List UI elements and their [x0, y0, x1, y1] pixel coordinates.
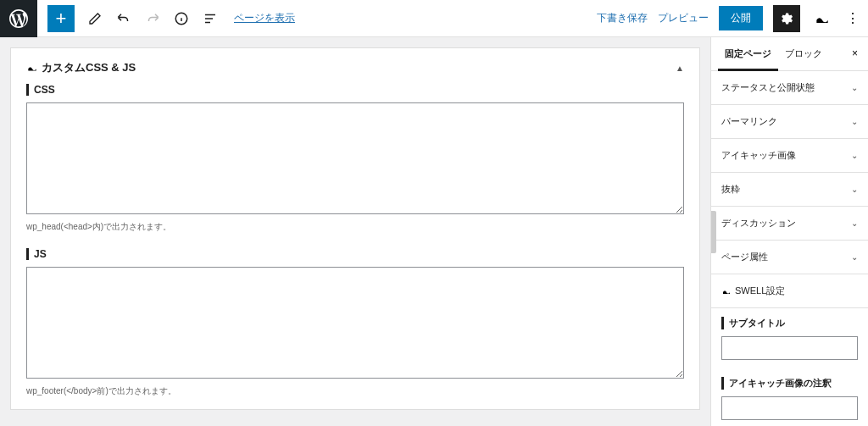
swell-section-title: SWELL設定 — [721, 285, 785, 297]
section-featured-label: アイキャッチ画像 — [721, 149, 796, 162]
swell-wave-icon — [26, 62, 38, 74]
panel-title-text: カスタムCSS & JS — [42, 60, 136, 75]
section-page-attributes[interactable]: ページ属性⌄ — [711, 241, 868, 274]
panel-header: カスタムCSS & JS ▲ — [26, 60, 684, 75]
tab-page[interactable]: 固定ページ — [718, 37, 778, 70]
close-sidebar-icon[interactable]: × — [849, 37, 861, 70]
section-featured-image[interactable]: アイキャッチ画像⌄ — [711, 139, 868, 173]
swell-subtitle-field: サブタイトル — [711, 308, 868, 368]
swell-wave-icon — [721, 286, 732, 296]
tab-block[interactable]: ブロック — [778, 37, 829, 70]
featured-note-label: アイキャッチ画像の注釈 — [721, 377, 858, 390]
css-help-text: wp_head(<head>内)で出力されます。 — [26, 221, 684, 233]
settings-button[interactable] — [773, 5, 800, 32]
section-discussion[interactable]: ディスカッション⌄ — [711, 207, 868, 241]
toolbar-tools — [86, 10, 219, 27]
section-discussion-label: ディスカッション — [721, 217, 796, 230]
chevron-down-icon: ⌄ — [851, 83, 858, 92]
js-textarea[interactable] — [26, 267, 684, 379]
redo-icon[interactable] — [144, 10, 161, 27]
section-status-label: ステータスと公開状態 — [721, 81, 815, 94]
editor-topbar: + ページを表示 下書き保存 プレビュー 公開 ⋮ — [0, 0, 868, 37]
main-area: カスタムCSS & JS ▲ CSS wp_head(<head>内)で出力され… — [0, 37, 868, 426]
wordpress-logo[interactable] — [0, 0, 37, 37]
subtitle-label: サブタイトル — [721, 317, 858, 329]
featured-note-input[interactable] — [721, 396, 858, 420]
custom-css-js-panel: カスタムCSS & JS ▲ CSS wp_head(<head>内)で出力され… — [10, 47, 700, 410]
save-draft-link[interactable]: 下書き保存 — [597, 11, 648, 25]
section-status[interactable]: ステータスと公開状態⌄ — [711, 71, 868, 105]
topbar-right: 下書き保存 プレビュー 公開 ⋮ — [597, 5, 868, 32]
edit-mode-icon[interactable] — [86, 10, 103, 27]
swell-settings-label: SWELL設定 — [735, 285, 785, 297]
preview-link[interactable]: プレビュー — [658, 11, 709, 25]
sidebar-tabs: 固定ページ ブロック × — [711, 37, 868, 71]
section-permalink[interactable]: パーマリンク⌄ — [711, 105, 868, 139]
panel-collapse-icon[interactable]: ▲ — [676, 64, 684, 73]
add-block-button[interactable]: + — [47, 5, 75, 32]
publish-button[interactable]: 公開 — [719, 6, 763, 30]
chevron-down-icon: ⌄ — [851, 117, 858, 126]
section-excerpt[interactable]: 抜粋⌄ — [711, 173, 868, 207]
swell-theme-icon[interactable] — [810, 7, 834, 30]
css-textarea[interactable] — [26, 102, 684, 214]
view-page-link[interactable]: ページを表示 — [234, 11, 295, 25]
chevron-down-icon: ⌄ — [851, 219, 858, 228]
subtitle-input[interactable] — [721, 336, 858, 360]
info-icon[interactable] — [173, 10, 190, 27]
section-swell-settings[interactable]: SWELL設定 — [711, 274, 868, 308]
chevron-down-icon: ⌄ — [851, 151, 858, 160]
css-section-label: CSS — [26, 84, 684, 96]
js-help-text: wp_footer(</body>前)で出力されます。 — [26, 385, 684, 397]
more-options-icon[interactable]: ⋮ — [844, 5, 861, 32]
panel-title: カスタムCSS & JS — [26, 60, 136, 75]
section-excerpt-label: 抜粋 — [721, 183, 740, 196]
settings-sidebar: 固定ページ ブロック × ステータスと公開状態⌄ パーマリンク⌄ アイキャッチ画… — [710, 37, 868, 426]
chevron-down-icon: ⌄ — [851, 252, 858, 262]
editor-column: カスタムCSS & JS ▲ CSS wp_head(<head>内)で出力され… — [0, 37, 710, 426]
swell-featured-note-field: アイキャッチ画像の注釈 — [711, 368, 868, 426]
outline-icon[interactable] — [202, 10, 219, 27]
sidebar-resize-handle[interactable] — [711, 211, 716, 253]
chevron-down-icon: ⌄ — [851, 185, 858, 194]
js-section-label: JS — [26, 248, 684, 260]
undo-icon[interactable] — [115, 10, 132, 27]
section-permalink-label: パーマリンク — [721, 115, 777, 128]
section-attributes-label: ページ属性 — [721, 251, 768, 263]
